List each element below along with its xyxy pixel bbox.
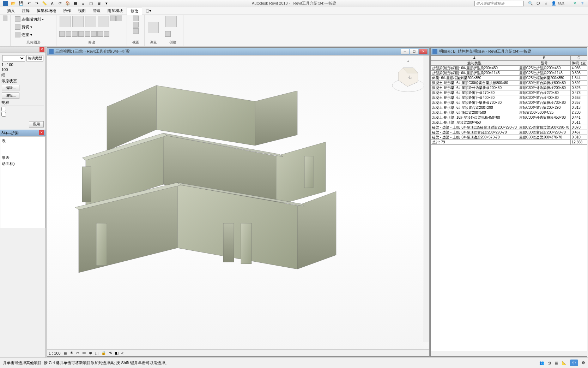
view-tool1-icon[interactable] bbox=[133, 16, 139, 21]
measure-button-icon[interactable] bbox=[148, 22, 159, 33]
table-cell[interactable]: 4.086 bbox=[570, 66, 587, 71]
view-tool3-icon[interactable] bbox=[133, 28, 139, 34]
scale-icon[interactable] bbox=[85, 31, 90, 37]
text-icon[interactable]: A bbox=[49, 1, 55, 6]
minimize-button[interactable]: ─ bbox=[401, 49, 409, 54]
table-cell[interactable]: 混凝土-矩形梁: 6#-屋顶砼窗台板400×80 bbox=[431, 95, 518, 100]
section-icon[interactable]: ▦ bbox=[73, 1, 78, 6]
table-cell[interactable]: 屋顶C30砼窗台板270×80 bbox=[518, 90, 570, 95]
table-row[interactable]: 折型梁(矩形截面): 6#-屋顶折型梁200×1145屋顶C25砼折型梁200×… bbox=[431, 71, 587, 76]
table-cell[interactable]: 屋顶C25砼窗顶过梁200×290-70 bbox=[518, 125, 570, 130]
table-row[interactable]: 砼梁 - 边梁 - 上挑: 6#-屋顶C25砼窗顶过梁200×290-70屋顶C… bbox=[431, 125, 587, 130]
table-cell[interactable]: 0.467 bbox=[570, 130, 587, 135]
schedule-titlebar[interactable]: 明细表: B_结构构架明细表 - Revit工具介绍(34)---折梁 bbox=[431, 48, 587, 55]
comm-icon[interactable]: ⬡ bbox=[535, 1, 541, 6]
view-scrollbar-v[interactable] bbox=[424, 55, 429, 342]
table-cell[interactable] bbox=[518, 120, 570, 125]
table-cell[interactable]: 斜梁: 6#-屋顶框架斜梁200×350 bbox=[431, 76, 518, 81]
table-cell[interactable]: 混凝土-矩形梁: 6#-屋顶砼外边梁挑板200×80 bbox=[431, 85, 518, 90]
table-cell[interactable]: 屋顶C25砼折型梁200×450 bbox=[518, 66, 570, 71]
sync-icon[interactable]: ⟳ bbox=[57, 1, 63, 6]
join-cut-button[interactable]: 连接端切割 ▾ bbox=[13, 16, 45, 23]
vc-icon-8[interactable]: ⟲ bbox=[109, 351, 112, 355]
tab-extra-icon[interactable]: ▢▾ bbox=[142, 7, 155, 14]
login-label[interactable]: 登录 bbox=[558, 1, 565, 6]
trim-icon[interactable] bbox=[66, 31, 71, 37]
table-total-row[interactable]: 总计: 7912.868 bbox=[431, 140, 587, 145]
table-cell[interactable]: 混凝土-矩形梁: 6#-屋顶窗台梁200×290 bbox=[431, 105, 518, 110]
table-row[interactable]: 斜梁: 6#-屋顶框架斜梁200×350屋顶C25砼框架斜梁200×3501.3… bbox=[431, 76, 587, 81]
scale-label[interactable]: 1 : 100 bbox=[49, 351, 61, 355]
exchange-icon[interactable]: ✕ bbox=[572, 1, 577, 6]
3d-viewport[interactable]: 右 bbox=[47, 55, 429, 349]
type-selector[interactable] bbox=[2, 55, 25, 61]
table-cell[interactable]: 混凝土-矩形梁: 6#-屋顶C30砼窗台梁挑板800×80 bbox=[431, 81, 518, 85]
table-cell[interactable]: 混凝土-矩形梁: 6#-屋顶砼窗台板270×80 bbox=[431, 90, 518, 95]
browser-item2[interactable]: 细表 bbox=[2, 155, 44, 161]
browser-close-button[interactable]: ✕ bbox=[39, 130, 44, 135]
redo-icon[interactable]: ↷ bbox=[34, 1, 40, 6]
3d-view-titlebar[interactable]: 三维视图: {三维} - Revit工具介绍(34)---折梁 ─ ☐ ✕ bbox=[47, 48, 429, 55]
browser-item3[interactable]: 动面积) bbox=[2, 161, 44, 167]
col-header-c[interactable]: C bbox=[570, 56, 587, 61]
table-row[interactable]: 混凝土-矩形梁: 6#-屋顶砼外边梁挑板200×80屋顶C30砼外边梁挑板200… bbox=[431, 85, 587, 90]
viewcube[interactable]: 右 bbox=[390, 59, 426, 94]
copy-icon[interactable] bbox=[116, 16, 122, 21]
mirror-pick-icon[interactable] bbox=[85, 16, 96, 27]
save-icon[interactable]: 💾 bbox=[18, 1, 24, 6]
prop-check1[interactable] bbox=[1, 107, 6, 111]
vc-icon-9[interactable]: ◧ bbox=[115, 351, 119, 355]
prop-scale[interactable]: 1 : 100 bbox=[1, 62, 44, 67]
table-cell[interactable]: 0.441 bbox=[570, 115, 587, 120]
tab-addins[interactable]: 附加模块 bbox=[104, 7, 127, 14]
table-cell[interactable]: 混凝土-矩形梁: 16#-屋顶外边梁挑板450×80 bbox=[431, 115, 518, 120]
table-cell[interactable]: 屋顶C30砼外边梁挑板450×80 bbox=[518, 115, 570, 120]
unpin-icon[interactable] bbox=[97, 31, 103, 37]
table-row[interactable]: 混凝土-矩形梁: 6#-屋顶窗台梁200×290屋顶C30砼窗台梁200×290… bbox=[431, 105, 587, 110]
align-icon[interactable] bbox=[60, 16, 71, 27]
edit-type-button[interactable]: 编辑类型 bbox=[26, 55, 43, 61]
table-cell[interactable]: 混凝土-矩形梁: 屋顶梁200×450 bbox=[431, 120, 518, 125]
edit-button-1[interactable]: 编辑... bbox=[2, 85, 19, 91]
table-cell[interactable]: 屋顶C30砼外边梁挑板200×80 bbox=[518, 85, 570, 90]
open-icon[interactable]: 📂 bbox=[11, 1, 16, 6]
table-cell[interactable]: 12.868 bbox=[570, 140, 587, 145]
close-button[interactable]: ✕ bbox=[419, 49, 428, 54]
table-cell[interactable]: 折型梁(矩形截面): 6#-屋顶折型梁200×450 bbox=[431, 66, 518, 71]
table-cell[interactable]: 0.070 bbox=[570, 125, 587, 130]
vc-icon-5[interactable]: ⊕ bbox=[89, 351, 92, 355]
vc-icon-10[interactable]: < bbox=[121, 351, 123, 355]
table-cell[interactable]: 砼梁 - 边梁 - 上挑: 6#-屋顶C25砼窗顶过梁200×290-70 bbox=[431, 125, 518, 130]
table-cell[interactable]: 总计: 79 bbox=[431, 140, 518, 145]
tab-annotate[interactable]: 注释 bbox=[18, 7, 33, 14]
table-row[interactable]: 砼梁 - 边梁 - 上挑: 6#-屋顶砼窗台梁200×290-70屋顶C30砼窗… bbox=[431, 130, 587, 135]
browser-tab[interactable]: 34)---折梁 ✕ bbox=[0, 130, 46, 136]
vc-icon-7[interactable]: 🔒 bbox=[101, 351, 106, 355]
favorite-icon[interactable]: ☆ bbox=[543, 1, 549, 6]
search-icon[interactable]: 🔍 bbox=[528, 1, 533, 6]
col-sub-a[interactable]: 族与类型 bbox=[431, 61, 518, 66]
col-sub-c[interactable]: 体积（立 bbox=[570, 61, 587, 66]
table-row[interactable]: 混凝土-矩形梁: 16#-屋顶外边梁挑板450×80屋顶C30砼外边梁挑板450… bbox=[431, 115, 587, 120]
cut-button[interactable]: 剪切 ▾ bbox=[13, 23, 34, 30]
3d-icon[interactable]: 🏠 bbox=[65, 1, 71, 6]
delete-icon[interactable] bbox=[104, 31, 109, 37]
vc-icon-3[interactable]: ✂ bbox=[76, 351, 79, 355]
panel-close-button[interactable]: ✕ bbox=[40, 47, 44, 52]
apply-button[interactable]: 应用 bbox=[29, 121, 44, 127]
array-icon[interactable] bbox=[78, 31, 84, 37]
table-cell[interactable]: 混凝土-矩形梁: 6#-顶层梁200×500 bbox=[431, 110, 518, 115]
table-cell[interactable]: 砼梁 - 边梁 - 上挑: 6#-屋顶砼窗台梁200×290-70 bbox=[431, 130, 518, 135]
vc-icon-6[interactable]: ⬚ bbox=[95, 351, 98, 355]
table-row[interactable]: 混凝土-矩形梁: 6#-顶层梁200×500屋顶梁200×500砼C252.23… bbox=[431, 110, 587, 115]
table-cell[interactable]: 砼梁 - 边梁 - 上挑: 6#-屋顶边梁200×370-70 bbox=[431, 135, 518, 140]
measure-icon[interactable]: 📏 bbox=[42, 1, 47, 6]
mirror-draw-icon[interactable] bbox=[98, 16, 109, 27]
col-header-a[interactable]: A bbox=[431, 56, 518, 61]
tab-massing[interactable]: 体量和场地 bbox=[33, 7, 60, 14]
split-icon[interactable] bbox=[72, 31, 78, 37]
vc-icon-1[interactable]: ▦ bbox=[63, 351, 67, 355]
table-row[interactable]: 混凝土-矩形梁: 6#-屋顶砼窗台梁挑板730×80屋顶C30砼窗台梁挑板730… bbox=[431, 100, 587, 105]
status-icon-1[interactable]: 👥 bbox=[539, 361, 544, 365]
prop-scale-value[interactable]: 100 bbox=[1, 67, 44, 72]
